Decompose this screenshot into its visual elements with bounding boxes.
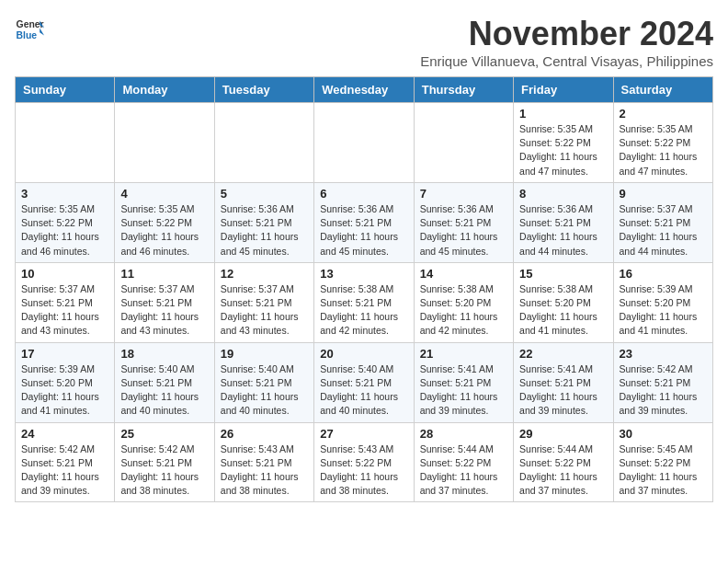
day-info: Sunrise: 5:44 AM Sunset: 5:22 PM Dayligh… (420, 442, 507, 499)
day-info: Sunrise: 5:37 AM Sunset: 5:21 PM Dayligh… (620, 202, 707, 259)
calendar-cell: 24Sunrise: 5:42 AM Sunset: 5:21 PM Dayli… (16, 422, 115, 502)
calendar-table: SundayMondayTuesdayWednesdayThursdayFrid… (15, 76, 713, 502)
calendar-cell: 27Sunrise: 5:43 AM Sunset: 5:22 PM Dayli… (314, 422, 414, 502)
day-info: Sunrise: 5:38 AM Sunset: 5:21 PM Dayligh… (320, 282, 407, 339)
day-info: Sunrise: 5:37 AM Sunset: 5:21 PM Dayligh… (21, 282, 108, 339)
day-number: 1 (519, 107, 607, 121)
calendar-cell: 6Sunrise: 5:36 AM Sunset: 5:21 PM Daylig… (314, 182, 414, 262)
calendar-week-row: 17Sunrise: 5:39 AM Sunset: 5:20 PM Dayli… (16, 342, 713, 422)
day-number: 14 (420, 267, 507, 281)
day-number: 20 (320, 347, 407, 361)
calendar-cell: 2Sunrise: 5:35 AM Sunset: 5:22 PM Daylig… (613, 103, 712, 183)
day-info: Sunrise: 5:38 AM Sunset: 5:20 PM Dayligh… (420, 282, 507, 339)
day-info: Sunrise: 5:36 AM Sunset: 5:21 PM Dayligh… (320, 202, 407, 259)
weekday-header-thursday: Thursday (414, 77, 513, 103)
day-number: 29 (519, 427, 607, 441)
weekday-header-wednesday: Wednesday (314, 77, 414, 103)
day-number: 16 (620, 267, 707, 281)
calendar-cell (314, 103, 414, 183)
calendar-week-row: 24Sunrise: 5:42 AM Sunset: 5:21 PM Dayli… (16, 422, 713, 502)
day-info: Sunrise: 5:42 AM Sunset: 5:21 PM Dayligh… (120, 442, 208, 499)
calendar-cell: 11Sunrise: 5:37 AM Sunset: 5:21 PM Dayli… (115, 262, 214, 342)
calendar-cell: 10Sunrise: 5:37 AM Sunset: 5:21 PM Dayli… (16, 262, 115, 342)
day-number: 8 (519, 187, 607, 201)
calendar-cell: 29Sunrise: 5:44 AM Sunset: 5:22 PM Dayli… (514, 422, 613, 502)
calendar-cell (115, 103, 214, 183)
day-number: 26 (221, 427, 308, 441)
weekday-header-saturday: Saturday (613, 77, 712, 103)
day-info: Sunrise: 5:36 AM Sunset: 5:21 PM Dayligh… (420, 202, 507, 259)
calendar-week-row: 1Sunrise: 5:35 AM Sunset: 5:22 PM Daylig… (16, 103, 713, 183)
day-info: Sunrise: 5:35 AM Sunset: 5:22 PM Dayligh… (620, 122, 707, 178)
month-title: November 2024 (420, 15, 713, 53)
calendar-cell: 1Sunrise: 5:35 AM Sunset: 5:22 PM Daylig… (514, 103, 613, 183)
day-info: Sunrise: 5:37 AM Sunset: 5:21 PM Dayligh… (120, 282, 208, 339)
day-info: Sunrise: 5:45 AM Sunset: 5:22 PM Dayligh… (620, 442, 707, 499)
day-number: 25 (120, 427, 208, 441)
calendar-cell: 26Sunrise: 5:43 AM Sunset: 5:21 PM Dayli… (214, 422, 313, 502)
logo: General Blue (15, 15, 44, 44)
calendar-week-row: 10Sunrise: 5:37 AM Sunset: 5:21 PM Dayli… (16, 262, 713, 342)
calendar-cell: 5Sunrise: 5:36 AM Sunset: 5:21 PM Daylig… (214, 182, 313, 262)
calendar-cell: 21Sunrise: 5:41 AM Sunset: 5:21 PM Dayli… (414, 342, 513, 422)
day-info: Sunrise: 5:35 AM Sunset: 5:22 PM Dayligh… (519, 122, 607, 178)
day-info: Sunrise: 5:43 AM Sunset: 5:21 PM Dayligh… (221, 442, 308, 499)
day-number: 11 (120, 267, 208, 281)
day-number: 22 (519, 347, 607, 361)
day-info: Sunrise: 5:36 AM Sunset: 5:21 PM Dayligh… (221, 202, 308, 259)
calendar-cell (214, 103, 313, 183)
day-info: Sunrise: 5:38 AM Sunset: 5:20 PM Dayligh… (519, 282, 607, 339)
calendar-cell: 23Sunrise: 5:42 AM Sunset: 5:21 PM Dayli… (613, 342, 712, 422)
day-info: Sunrise: 5:42 AM Sunset: 5:21 PM Dayligh… (620, 362, 707, 419)
calendar-cell: 17Sunrise: 5:39 AM Sunset: 5:20 PM Dayli… (16, 342, 115, 422)
day-number: 7 (420, 187, 507, 201)
day-number: 27 (320, 427, 407, 441)
calendar-cell: 25Sunrise: 5:42 AM Sunset: 5:21 PM Dayli… (115, 422, 214, 502)
calendar-cell: 8Sunrise: 5:36 AM Sunset: 5:21 PM Daylig… (514, 182, 613, 262)
weekday-header-friday: Friday (514, 77, 613, 103)
day-number: 13 (320, 267, 407, 281)
day-info: Sunrise: 5:42 AM Sunset: 5:21 PM Dayligh… (21, 442, 108, 499)
calendar-cell: 13Sunrise: 5:38 AM Sunset: 5:21 PM Dayli… (314, 262, 414, 342)
day-info: Sunrise: 5:41 AM Sunset: 5:21 PM Dayligh… (519, 362, 607, 419)
day-info: Sunrise: 5:43 AM Sunset: 5:22 PM Dayligh… (320, 442, 407, 499)
day-number: 18 (120, 347, 208, 361)
calendar-cell: 14Sunrise: 5:38 AM Sunset: 5:20 PM Dayli… (414, 262, 513, 342)
day-number: 10 (21, 267, 108, 281)
day-number: 12 (221, 267, 308, 281)
calendar-cell: 19Sunrise: 5:40 AM Sunset: 5:21 PM Dayli… (214, 342, 313, 422)
day-number: 6 (320, 187, 407, 201)
location-subtitle: Enrique Villanueva, Central Visayas, Phi… (420, 53, 713, 69)
day-info: Sunrise: 5:39 AM Sunset: 5:20 PM Dayligh… (620, 282, 707, 339)
calendar-week-row: 3Sunrise: 5:35 AM Sunset: 5:22 PM Daylig… (16, 182, 713, 262)
day-info: Sunrise: 5:39 AM Sunset: 5:20 PM Dayligh… (21, 362, 108, 419)
calendar-cell: 12Sunrise: 5:37 AM Sunset: 5:21 PM Dayli… (214, 262, 313, 342)
day-info: Sunrise: 5:36 AM Sunset: 5:21 PM Dayligh… (519, 202, 607, 259)
day-number: 15 (519, 267, 607, 281)
calendar-cell: 18Sunrise: 5:40 AM Sunset: 5:21 PM Dayli… (115, 342, 214, 422)
page-header: General Blue November 2024 Enrique Villa… (15, 15, 713, 69)
day-info: Sunrise: 5:40 AM Sunset: 5:21 PM Dayligh… (320, 362, 407, 419)
day-number: 3 (21, 187, 108, 201)
calendar-cell: 20Sunrise: 5:40 AM Sunset: 5:21 PM Dayli… (314, 342, 414, 422)
day-number: 30 (620, 427, 707, 441)
svg-text:Blue: Blue (17, 30, 38, 40)
day-info: Sunrise: 5:40 AM Sunset: 5:21 PM Dayligh… (221, 362, 308, 419)
day-info: Sunrise: 5:37 AM Sunset: 5:21 PM Dayligh… (221, 282, 308, 339)
day-info: Sunrise: 5:35 AM Sunset: 5:22 PM Dayligh… (120, 202, 208, 259)
day-number: 28 (420, 427, 507, 441)
calendar-cell: 16Sunrise: 5:39 AM Sunset: 5:20 PM Dayli… (613, 262, 712, 342)
calendar-cell: 7Sunrise: 5:36 AM Sunset: 5:21 PM Daylig… (414, 182, 513, 262)
weekday-header-tuesday: Tuesday (214, 77, 313, 103)
day-number: 9 (620, 187, 707, 201)
calendar-cell: 4Sunrise: 5:35 AM Sunset: 5:22 PM Daylig… (115, 182, 214, 262)
day-number: 23 (620, 347, 707, 361)
weekday-header-monday: Monday (115, 77, 214, 103)
day-number: 24 (21, 427, 108, 441)
calendar-cell: 28Sunrise: 5:44 AM Sunset: 5:22 PM Dayli… (414, 422, 513, 502)
calendar-cell: 15Sunrise: 5:38 AM Sunset: 5:20 PM Dayli… (514, 262, 613, 342)
day-number: 4 (120, 187, 208, 201)
calendar-cell (16, 103, 115, 183)
day-number: 5 (221, 187, 308, 201)
calendar-cell: 22Sunrise: 5:41 AM Sunset: 5:21 PM Dayli… (514, 342, 613, 422)
